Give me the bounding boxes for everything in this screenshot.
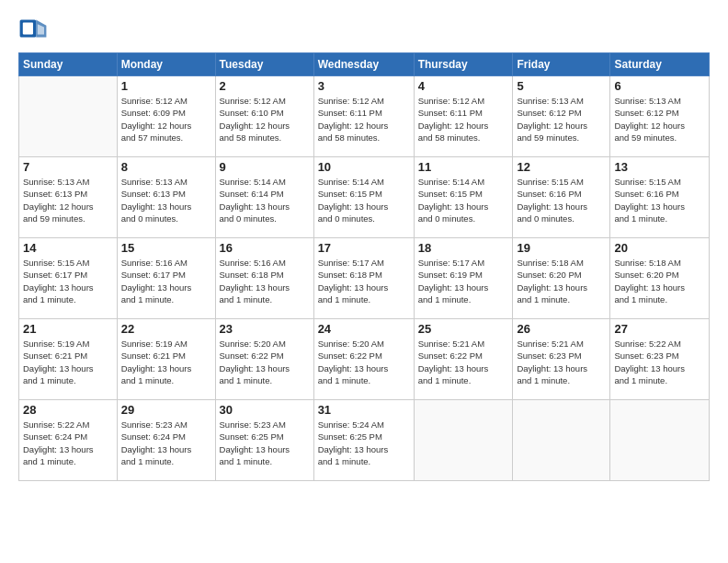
day-number: 9 <box>220 160 310 174</box>
day-info: Sunrise: 5:12 AM Sunset: 6:11 PM Dayligh… <box>318 95 410 144</box>
logo <box>18 14 51 43</box>
day-info: Sunrise: 5:17 AM Sunset: 6:18 PM Dayligh… <box>318 257 410 305</box>
day-number: 31 <box>318 403 410 417</box>
calendar-cell: 13Sunrise: 5:15 AM Sunset: 6:16 PM Dayli… <box>610 157 710 238</box>
day-info: Sunrise: 5:19 AM Sunset: 6:21 PM Dayligh… <box>121 338 211 386</box>
day-info: Sunrise: 5:22 AM Sunset: 6:24 PM Dayligh… <box>23 419 113 467</box>
calendar-cell: 3Sunrise: 5:12 AM Sunset: 6:11 PM Daylig… <box>313 76 414 157</box>
header-cell-thursday: Thursday <box>414 53 513 76</box>
day-info: Sunrise: 5:14 AM Sunset: 6:15 PM Dayligh… <box>418 176 509 224</box>
header-cell-wednesday: Wednesday <box>313 53 414 76</box>
week-row-4: 21Sunrise: 5:19 AM Sunset: 6:21 PM Dayli… <box>19 319 710 400</box>
day-number: 29 <box>121 403 211 417</box>
day-number: 23 <box>220 322 310 336</box>
calendar-cell: 9Sunrise: 5:14 AM Sunset: 6:14 PM Daylig… <box>215 157 313 238</box>
calendar-cell: 15Sunrise: 5:16 AM Sunset: 6:17 PM Dayli… <box>117 238 215 319</box>
day-info: Sunrise: 5:17 AM Sunset: 6:19 PM Dayligh… <box>418 257 509 305</box>
calendar-cell: 31Sunrise: 5:24 AM Sunset: 6:25 PM Dayli… <box>313 400 414 481</box>
calendar-cell <box>19 76 118 157</box>
day-info: Sunrise: 5:21 AM Sunset: 6:23 PM Dayligh… <box>517 338 606 386</box>
calendar-cell: 5Sunrise: 5:13 AM Sunset: 6:12 PM Daylig… <box>513 76 610 157</box>
day-number: 4 <box>418 79 509 93</box>
day-info: Sunrise: 5:23 AM Sunset: 6:24 PM Dayligh… <box>121 419 211 467</box>
day-number: 30 <box>220 403 310 417</box>
day-number: 15 <box>121 241 211 255</box>
calendar-cell: 20Sunrise: 5:18 AM Sunset: 6:20 PM Dayli… <box>610 238 710 319</box>
day-number: 8 <box>121 160 211 174</box>
calendar-cell <box>610 400 710 481</box>
day-number: 6 <box>614 79 705 93</box>
calendar-cell: 2Sunrise: 5:12 AM Sunset: 6:10 PM Daylig… <box>215 76 313 157</box>
day-number: 7 <box>23 160 113 174</box>
day-info: Sunrise: 5:16 AM Sunset: 6:18 PM Dayligh… <box>220 257 310 305</box>
day-info: Sunrise: 5:16 AM Sunset: 6:17 PM Dayligh… <box>121 257 211 305</box>
week-row-2: 7Sunrise: 5:13 AM Sunset: 6:13 PM Daylig… <box>19 157 710 238</box>
day-info: Sunrise: 5:13 AM Sunset: 6:12 PM Dayligh… <box>517 95 606 144</box>
day-number: 25 <box>418 322 509 336</box>
day-info: Sunrise: 5:18 AM Sunset: 6:20 PM Dayligh… <box>614 257 705 305</box>
day-number: 24 <box>318 322 410 336</box>
calendar-cell: 17Sunrise: 5:17 AM Sunset: 6:18 PM Dayli… <box>313 238 414 319</box>
day-info: Sunrise: 5:12 AM Sunset: 6:11 PM Dayligh… <box>418 95 509 144</box>
calendar-cell <box>513 400 610 481</box>
week-row-1: 1Sunrise: 5:12 AM Sunset: 6:09 PM Daylig… <box>19 76 710 157</box>
day-number: 28 <box>23 403 113 417</box>
calendar-cell: 1Sunrise: 5:12 AM Sunset: 6:09 PM Daylig… <box>117 76 215 157</box>
calendar-cell: 7Sunrise: 5:13 AM Sunset: 6:13 PM Daylig… <box>19 157 118 238</box>
week-row-5: 28Sunrise: 5:22 AM Sunset: 6:24 PM Dayli… <box>19 400 710 481</box>
calendar-cell: 30Sunrise: 5:23 AM Sunset: 6:25 PM Dayli… <box>215 400 313 481</box>
day-number: 5 <box>517 79 606 93</box>
day-number: 14 <box>23 241 113 255</box>
header-cell-saturday: Saturday <box>610 53 710 76</box>
day-number: 16 <box>220 241 310 255</box>
calendar-table: SundayMondayTuesdayWednesdayThursdayFrid… <box>18 52 710 481</box>
day-info: Sunrise: 5:24 AM Sunset: 6:25 PM Dayligh… <box>318 419 410 467</box>
day-info: Sunrise: 5:14 AM Sunset: 6:14 PM Dayligh… <box>220 176 310 224</box>
calendar-cell: 28Sunrise: 5:22 AM Sunset: 6:24 PM Dayli… <box>19 400 118 481</box>
day-info: Sunrise: 5:13 AM Sunset: 6:12 PM Dayligh… <box>614 95 705 144</box>
calendar-cell: 18Sunrise: 5:17 AM Sunset: 6:19 PM Dayli… <box>414 238 513 319</box>
day-info: Sunrise: 5:20 AM Sunset: 6:22 PM Dayligh… <box>220 338 310 386</box>
calendar-cell: 24Sunrise: 5:20 AM Sunset: 6:22 PM Dayli… <box>313 319 414 400</box>
calendar-cell: 11Sunrise: 5:14 AM Sunset: 6:15 PM Dayli… <box>414 157 513 238</box>
day-info: Sunrise: 5:20 AM Sunset: 6:22 PM Dayligh… <box>318 338 410 386</box>
calendar-cell: 12Sunrise: 5:15 AM Sunset: 6:16 PM Dayli… <box>513 157 610 238</box>
header-cell-friday: Friday <box>513 53 610 76</box>
day-number: 21 <box>23 322 113 336</box>
header <box>18 14 710 43</box>
calendar-cell: 19Sunrise: 5:18 AM Sunset: 6:20 PM Dayli… <box>513 238 610 319</box>
day-info: Sunrise: 5:15 AM Sunset: 6:17 PM Dayligh… <box>23 257 113 305</box>
day-info: Sunrise: 5:14 AM Sunset: 6:15 PM Dayligh… <box>318 176 410 224</box>
day-info: Sunrise: 5:21 AM Sunset: 6:22 PM Dayligh… <box>418 338 509 386</box>
calendar-cell: 8Sunrise: 5:13 AM Sunset: 6:13 PM Daylig… <box>117 157 215 238</box>
day-info: Sunrise: 5:12 AM Sunset: 6:09 PM Dayligh… <box>121 95 211 144</box>
day-number: 20 <box>614 241 705 255</box>
day-info: Sunrise: 5:15 AM Sunset: 6:16 PM Dayligh… <box>614 176 705 224</box>
day-number: 22 <box>121 322 211 336</box>
header-cell-sunday: Sunday <box>19 53 118 76</box>
calendar-cell: 29Sunrise: 5:23 AM Sunset: 6:24 PM Dayli… <box>117 400 215 481</box>
day-number: 1 <box>121 79 211 93</box>
day-number: 12 <box>517 160 606 174</box>
day-number: 13 <box>614 160 705 174</box>
header-cell-monday: Monday <box>117 53 215 76</box>
day-info: Sunrise: 5:15 AM Sunset: 6:16 PM Dayligh… <box>517 176 606 224</box>
calendar-cell: 22Sunrise: 5:19 AM Sunset: 6:21 PM Dayli… <box>117 319 215 400</box>
day-number: 2 <box>220 79 310 93</box>
header-cell-tuesday: Tuesday <box>215 53 313 76</box>
day-number: 26 <box>517 322 606 336</box>
calendar-cell: 23Sunrise: 5:20 AM Sunset: 6:22 PM Dayli… <box>215 319 313 400</box>
day-info: Sunrise: 5:12 AM Sunset: 6:10 PM Dayligh… <box>220 95 310 144</box>
day-info: Sunrise: 5:19 AM Sunset: 6:21 PM Dayligh… <box>23 338 113 386</box>
calendar-cell: 6Sunrise: 5:13 AM Sunset: 6:12 PM Daylig… <box>610 76 710 157</box>
calendar-cell: 16Sunrise: 5:16 AM Sunset: 6:18 PM Dayli… <box>215 238 313 319</box>
day-info: Sunrise: 5:22 AM Sunset: 6:23 PM Dayligh… <box>614 338 705 386</box>
page: SundayMondayTuesdayWednesdayThursdayFrid… <box>0 0 728 563</box>
calendar-cell: 10Sunrise: 5:14 AM Sunset: 6:15 PM Dayli… <box>313 157 414 238</box>
calendar-header: SundayMondayTuesdayWednesdayThursdayFrid… <box>19 53 710 76</box>
day-number: 27 <box>614 322 705 336</box>
day-info: Sunrise: 5:13 AM Sunset: 6:13 PM Dayligh… <box>23 176 113 224</box>
calendar-cell: 21Sunrise: 5:19 AM Sunset: 6:21 PM Dayli… <box>19 319 118 400</box>
day-info: Sunrise: 5:23 AM Sunset: 6:25 PM Dayligh… <box>220 419 310 467</box>
calendar-cell: 4Sunrise: 5:12 AM Sunset: 6:11 PM Daylig… <box>414 76 513 157</box>
